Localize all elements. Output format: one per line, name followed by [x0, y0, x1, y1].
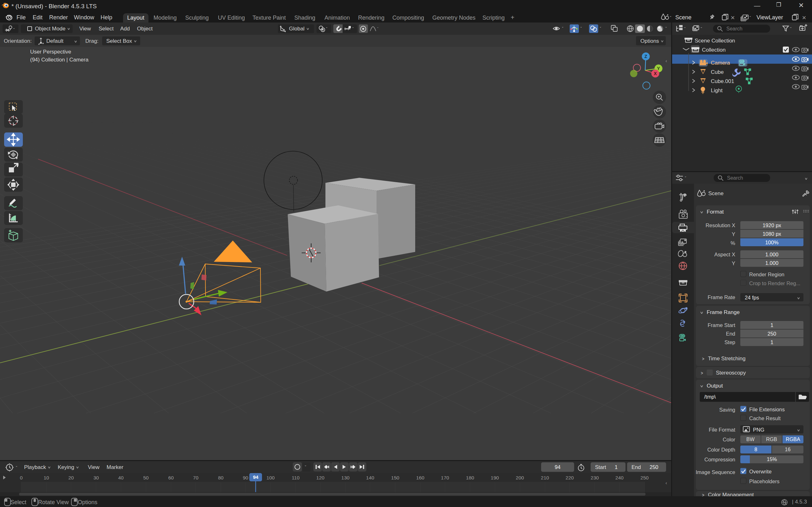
- svg-text:ˇ: ˇ: [326, 27, 327, 32]
- svg-text:140: 140: [366, 475, 374, 481]
- svg-text:30: 30: [93, 475, 99, 481]
- svg-text:20: 20: [68, 475, 74, 481]
- svg-text:Cube.001: Cube.001: [711, 78, 734, 84]
- svg-text:Cube: Cube: [711, 69, 724, 75]
- svg-text:250: 250: [641, 475, 649, 481]
- svg-text:Collection: Collection: [702, 47, 726, 53]
- svg-text:80: 80: [218, 475, 223, 481]
- svg-text:200: 200: [516, 475, 524, 481]
- svg-text:100: 100: [266, 475, 275, 481]
- svg-text:✕: ✕: [802, 15, 806, 21]
- svg-text:ˇ: ˇ: [701, 26, 702, 32]
- svg-text:ˇ: ˇ: [580, 26, 582, 31]
- svg-text:ˇ: ˇ: [750, 15, 751, 20]
- svg-text:240: 240: [615, 475, 623, 481]
- svg-text:ˇ: ˇ: [665, 26, 667, 31]
- svg-text:ˇ: ˇ: [305, 465, 306, 469]
- svg-text:Z: Z: [645, 54, 647, 59]
- svg-text:ˇ: ˇ: [16, 465, 17, 470]
- svg-text:X: X: [654, 71, 657, 76]
- svg-text:10: 10: [44, 475, 49, 481]
- svg-text:✕: ✕: [730, 15, 735, 21]
- svg-text:60: 60: [168, 475, 174, 481]
- svg-text:40: 40: [118, 475, 124, 481]
- svg-text:ˇ: ˇ: [562, 26, 563, 31]
- svg-text:160: 160: [416, 475, 424, 481]
- svg-text:ˇ: ˇ: [352, 27, 354, 32]
- svg-text:70: 70: [193, 475, 199, 481]
- svg-text:120: 120: [316, 475, 324, 481]
- svg-text:Camera: Camera: [711, 60, 730, 66]
- svg-text:ˇ: ˇ: [13, 27, 15, 32]
- svg-text:50: 50: [143, 475, 149, 481]
- svg-text:90: 90: [243, 475, 248, 481]
- svg-text:ˇ: ˇ: [685, 176, 687, 181]
- svg-text:Light: Light: [711, 88, 722, 94]
- svg-text:220: 220: [565, 475, 574, 481]
- svg-text:ˇ: ˇ: [377, 27, 378, 32]
- svg-text:ˇ: ˇ: [684, 26, 686, 32]
- svg-text:230: 230: [591, 475, 599, 481]
- svg-text:190: 190: [491, 475, 499, 481]
- svg-text:0: 0: [20, 475, 23, 481]
- svg-text:170: 170: [441, 475, 449, 481]
- svg-text:130: 130: [341, 475, 350, 481]
- svg-text:ˇ: ˇ: [790, 26, 792, 32]
- svg-text:150: 150: [391, 475, 399, 481]
- svg-text:ˇ: ˇ: [600, 26, 601, 31]
- svg-text:110: 110: [292, 475, 300, 481]
- svg-text:ˇ: ˇ: [670, 15, 671, 20]
- svg-text:210: 210: [541, 475, 549, 481]
- svg-text:Scene Collection: Scene Collection: [695, 38, 735, 44]
- svg-text:180: 180: [466, 475, 474, 481]
